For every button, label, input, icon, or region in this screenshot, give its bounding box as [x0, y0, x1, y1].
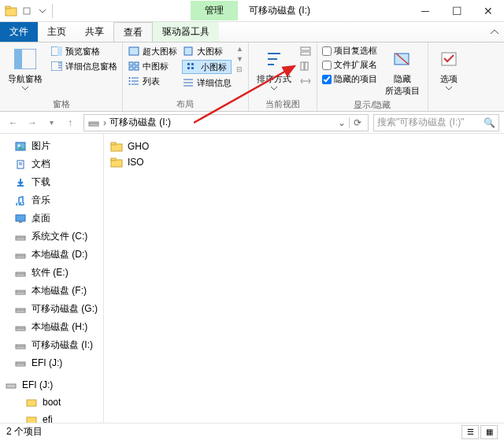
sort-by-button[interactable]: 排序方式	[254, 45, 295, 92]
layout-large[interactable]: 大图标	[182, 45, 232, 57]
list-icon	[128, 75, 140, 87]
details-icon	[182, 76, 195, 89]
address-dropdown-button[interactable]: ⌄	[338, 117, 346, 128]
file-item[interactable]: ISO	[110, 154, 498, 170]
sidebar-item-label: 可移动磁盘 (G:)	[32, 302, 98, 316]
svg-rect-25	[187, 67, 190, 69]
sidebar-item[interactable]: 本地磁盘 (F:)	[0, 282, 103, 300]
sidebar-item[interactable]: 音乐	[0, 191, 103, 209]
svg-rect-26	[191, 67, 194, 69]
size-columns-icon	[299, 75, 312, 87]
file-name: ISO	[128, 157, 144, 168]
nav-up-button[interactable]: ↑	[61, 114, 79, 131]
drive-icon	[14, 321, 27, 334]
address-bar[interactable]: › 可移动磁盘 (I:) ⌄ ⟳	[83, 114, 369, 131]
svg-rect-22	[184, 47, 192, 55]
sidebar-item[interactable]: 本地磁盘 (D:)	[0, 246, 103, 264]
svg-rect-68	[27, 400, 36, 406]
hidden-items-checkbox[interactable]	[322, 75, 332, 84]
breadcrumb-item[interactable]: 可移动磁盘 (I:)	[109, 116, 171, 129]
layout-medium[interactable]: 中图标	[128, 60, 177, 72]
nav-pane-button[interactable]: 导航窗格	[5, 45, 46, 92]
file-item[interactable]: GHO	[110, 139, 498, 154]
sidebar-item-boot[interactable]: boot	[0, 394, 103, 411]
sidebar-item-efi[interactable]: efi	[0, 411, 103, 423]
sidebar-item[interactable]: 软件 (E:)	[0, 264, 103, 282]
layout-scroll-up[interactable]: ▲	[236, 45, 243, 53]
svg-point-20	[129, 80, 131, 82]
sidebar-item[interactable]: 本地磁盘 (H:)	[0, 318, 103, 336]
nav-forward-button[interactable]: →	[24, 114, 41, 131]
search-box[interactable]: 搜索"可移动磁盘 (I:)" 🔍	[373, 114, 499, 131]
drive-icon	[87, 116, 100, 129]
layout-list[interactable]: 列表	[128, 75, 177, 87]
options-button[interactable]: 选项	[433, 45, 465, 92]
layout-small[interactable]: 小图标	[182, 60, 232, 74]
window-title: 可移动磁盘 (I:)	[238, 4, 410, 17]
size-columns-button[interactable]	[299, 75, 312, 87]
tab-share[interactable]: 共享	[76, 22, 113, 42]
add-columns-button[interactable]	[299, 60, 312, 72]
group-by-button[interactable]	[299, 45, 312, 57]
tab-drive-tools[interactable]: 驱动器工具	[153, 22, 219, 42]
sidebar-item[interactable]: EFI (J:)	[0, 354, 103, 372]
minimize-button[interactable]: ─	[410, 0, 441, 21]
details-pane-button[interactable]: 详细信息窗格	[50, 60, 117, 72]
nav-history-button[interactable]: ▾	[43, 114, 60, 131]
sidebar-item[interactable]: 可移动磁盘 (G:)	[0, 300, 103, 318]
sidebar-item[interactable]: 可移动磁盘 (I:)	[0, 336, 103, 354]
layout-more[interactable]: ⊟	[236, 65, 243, 73]
hide-selected-button[interactable]: 隐藏 所选项目	[382, 45, 423, 98]
address-row: ← → ▾ ↑ › 可移动磁盘 (I:) ⌄ ⟳ 搜索"可移动磁盘 (I:)" …	[0, 112, 504, 134]
svg-rect-33	[301, 47, 310, 50]
view-details-button[interactable]: ☰	[461, 425, 479, 439]
chevron-down-icon	[446, 87, 452, 91]
preview-pane-button[interactable]: 预览窗格	[50, 45, 117, 57]
sidebar-item-label: 文档	[32, 157, 50, 171]
sidebar-item[interactable]: 文档	[0, 155, 103, 173]
svg-rect-35	[301, 62, 304, 70]
breadcrumb-sep: ›	[103, 117, 106, 128]
layout-scroll-down[interactable]: ▼	[236, 55, 243, 63]
tab-file[interactable]: 文件	[0, 22, 38, 42]
file-ext-checkbox[interactable]	[322, 61, 332, 70]
view-icons-button[interactable]: ▦	[480, 425, 498, 439]
refresh-button[interactable]: ⟳	[349, 117, 365, 128]
qat-dropdown-icon[interactable]	[36, 5, 49, 17]
sidebar[interactable]: 图片文档下载音乐桌面系统文件 (C:)本地磁盘 (D:)软件 (E:)本地磁盘 …	[0, 134, 104, 423]
sidebar-item[interactable]: 图片	[0, 137, 103, 155]
nav-pane-label: 导航窗格	[8, 73, 43, 85]
sidebar-item-label: 桌面	[32, 212, 50, 225]
maximize-button[interactable]: ☐	[441, 0, 472, 21]
item-checkboxes-checkbox[interactable]	[322, 46, 332, 56]
nav-pane-icon	[13, 46, 38, 72]
svg-rect-36	[305, 62, 308, 70]
svg-point-19	[129, 77, 131, 79]
svg-rect-75	[111, 158, 116, 161]
sidebar-item[interactable]: 系统文件 (C:)	[0, 227, 103, 246]
sidebar-item[interactable]: 下载	[0, 173, 103, 191]
tab-view[interactable]: 查看	[113, 22, 153, 42]
folder-icon	[110, 156, 123, 168]
file-ext-toggle[interactable]: 文件扩展名	[322, 59, 377, 71]
file-list[interactable]: GHOISO	[104, 134, 504, 423]
nav-back-button[interactable]: ←	[5, 114, 22, 131]
svg-rect-13	[135, 62, 139, 65]
extra-large-icon	[128, 45, 140, 57]
tab-home[interactable]: 主页	[38, 22, 76, 42]
layout-extra-large[interactable]: 超大图标	[128, 45, 177, 57]
hidden-items-toggle[interactable]: 隐藏的项目	[322, 73, 377, 85]
details-pane-icon	[50, 60, 63, 72]
sort-icon	[261, 46, 287, 72]
qat-pin-icon[interactable]	[20, 5, 33, 17]
sidebar-group-efi[interactable]: EFI (J:)	[0, 376, 103, 394]
ribbon-collapse-button[interactable]	[485, 22, 504, 42]
group-label-panes: 窗格	[5, 98, 117, 110]
hide-selected-label: 隐藏 所选项目	[385, 73, 420, 97]
item-checkboxes-toggle[interactable]: 项目复选框	[322, 45, 377, 57]
svg-rect-12	[129, 62, 133, 65]
layout-details[interactable]: 详细信息	[182, 76, 232, 89]
sidebar-item[interactable]: 桌面	[0, 209, 103, 227]
close-button[interactable]: ✕	[472, 0, 504, 21]
titlebar: 管理 可移动磁盘 (I:) ─ ☐ ✕	[0, 0, 504, 22]
